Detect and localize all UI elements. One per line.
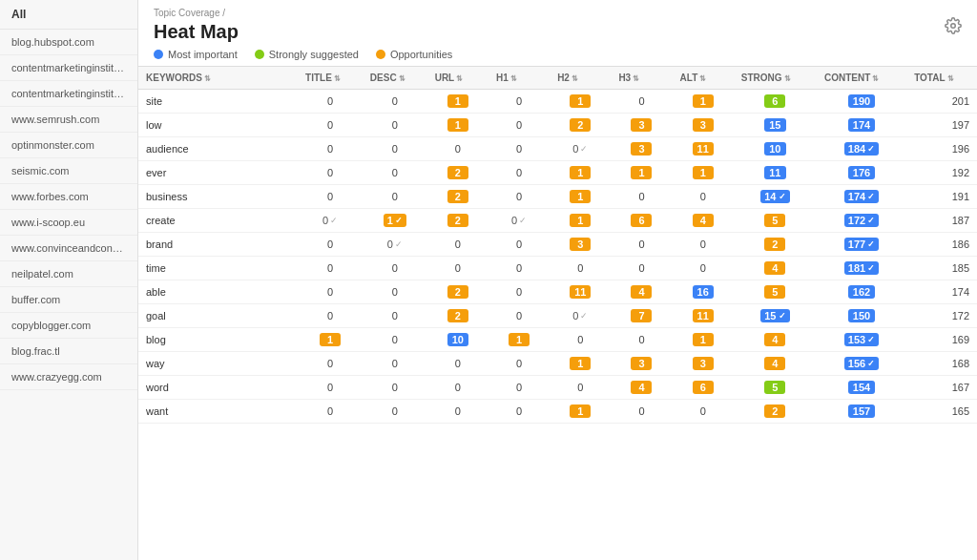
cell-value: 0 bbox=[455, 405, 461, 417]
table-row: low001023315174197 bbox=[138, 114, 977, 137]
badge-cell: 14 ✓ bbox=[760, 190, 789, 203]
cell-h1-6: 0 bbox=[488, 233, 550, 257]
cell-url-4: 2 bbox=[427, 185, 488, 209]
badge-cell: 10 bbox=[764, 142, 785, 156]
sidebar-item-4[interactable]: optinmonster.com bbox=[0, 133, 137, 158]
badge-cell: 1 bbox=[570, 166, 591, 179]
cell-content-4: 174 ✓ bbox=[817, 185, 906, 209]
total-value: 172 bbox=[952, 310, 969, 321]
badge-cell: 154 bbox=[848, 381, 875, 394]
table-row: blog101010014153 ✓169 bbox=[138, 328, 977, 352]
sidebar-item-5[interactable]: seismic.com bbox=[0, 158, 137, 184]
sidebar-item-2[interactable]: contentmarketinginstitute.com bbox=[0, 81, 137, 107]
col-header-title[interactable]: TITLE⇅ bbox=[298, 67, 363, 90]
cell-total-4: 191 bbox=[906, 185, 977, 209]
sidebar-all[interactable]: All bbox=[0, 0, 137, 30]
col-header-strong[interactable]: STRONG⇅ bbox=[734, 67, 817, 90]
col-label-h1: H1 bbox=[496, 73, 509, 83]
cell-total-3: 192 bbox=[906, 161, 977, 185]
cell-h3-6: 0 bbox=[611, 233, 672, 257]
cell-title-11: 0 bbox=[298, 352, 363, 376]
cell-desc-12: 0 bbox=[363, 376, 427, 400]
col-header-total[interactable]: TOTAL⇅ bbox=[906, 67, 977, 90]
sidebar-item-10[interactable]: buffer.com bbox=[0, 287, 137, 313]
legend-dot-yellow bbox=[376, 50, 385, 59]
cell-h3-3: 1 bbox=[611, 161, 672, 185]
sidebar-item-12[interactable]: blog.frac.tl bbox=[0, 339, 137, 364]
sidebar-item-13[interactable]: www.crazyegg.com bbox=[0, 364, 137, 390]
legend-most-important: Most important bbox=[154, 49, 238, 60]
cell-value: 0 bbox=[516, 286, 522, 298]
cell-alt-10: 1 bbox=[673, 328, 734, 352]
col-header-h1[interactable]: H1⇅ bbox=[488, 67, 550, 90]
heat-map-table: KEYWORDS⇅TITLE⇅DESC⇅URL⇅H1⇅H2⇅H3⇅ALT⇅STR… bbox=[138, 67, 977, 424]
col-header-h3[interactable]: H3⇅ bbox=[611, 67, 672, 90]
sort-icon-h1: ⇅ bbox=[510, 74, 517, 83]
badge-cell: 150 bbox=[848, 309, 875, 322]
cell-title-1: 0 bbox=[298, 114, 363, 137]
table-row: audience00000 ✓31110184 ✓196 bbox=[138, 137, 977, 161]
badge-cell: 7 bbox=[631, 309, 652, 322]
cell-alt-3: 1 bbox=[673, 161, 734, 185]
badge-cell: 1 bbox=[570, 357, 591, 370]
sort-icon-title: ⇅ bbox=[334, 74, 341, 83]
col-header-desc[interactable]: DESC⇅ bbox=[363, 67, 427, 90]
legend-label-opportunities: Opportunities bbox=[390, 49, 452, 60]
cell-url-12: 0 bbox=[427, 376, 488, 400]
badge-cell: 1 bbox=[447, 94, 468, 108]
check-icon: ✓ bbox=[867, 192, 875, 201]
total-value: 168 bbox=[952, 358, 969, 369]
cell-value: 0 bbox=[392, 191, 398, 202]
cell-total-7: 185 bbox=[906, 257, 977, 280]
cell-total-5: 187 bbox=[906, 209, 977, 233]
cell-total-12: 167 bbox=[906, 376, 977, 400]
sidebar-item-3[interactable]: www.semrush.com bbox=[0, 107, 137, 133]
cell-h2-13: 1 bbox=[550, 400, 611, 424]
col-header-h2[interactable]: H2⇅ bbox=[550, 67, 611, 90]
col-label-alt: ALT bbox=[680, 73, 698, 83]
cell-url-6: 0 bbox=[427, 233, 488, 257]
check-icon: ✓ bbox=[395, 216, 403, 225]
settings-icon[interactable] bbox=[945, 17, 962, 38]
sort-icon-url: ⇅ bbox=[456, 74, 463, 83]
cell-keyword-3: ever bbox=[138, 161, 298, 185]
sidebar-item-1[interactable]: contentmarketinginstitute.com bbox=[0, 55, 137, 81]
col-header-content[interactable]: CONTENT⇅ bbox=[817, 67, 906, 90]
cell-alt-1: 3 bbox=[673, 114, 734, 137]
cell-keyword-10: blog bbox=[138, 328, 298, 352]
cell-h2-9: 0 ✓ bbox=[550, 304, 611, 328]
cell-content-10: 153 ✓ bbox=[817, 328, 906, 352]
sidebar-item-11[interactable]: copyblogger.com bbox=[0, 313, 137, 339]
sidebar-item-8[interactable]: www.convinceandconvert.com bbox=[0, 236, 137, 261]
cell-value: 0 bbox=[392, 286, 398, 298]
badge-cell: 1 bbox=[631, 166, 652, 179]
sidebar-item-9[interactable]: neilpatel.com bbox=[0, 261, 137, 287]
cell-alt-7: 0 bbox=[673, 257, 734, 280]
cell-alt-11: 3 bbox=[673, 352, 734, 376]
badge-cell: 1 bbox=[447, 118, 468, 132]
cell-value: 0 bbox=[577, 382, 583, 393]
col-header-alt[interactable]: ALT⇅ bbox=[673, 67, 734, 90]
cell-h1-0: 0 bbox=[488, 90, 550, 114]
badge-cell: 1 bbox=[693, 166, 714, 179]
col-header-url[interactable]: URL⇅ bbox=[427, 67, 488, 90]
cell-h1-13: 0 bbox=[488, 400, 550, 424]
cell-desc-1: 0 bbox=[363, 114, 427, 137]
keyword-value: blog bbox=[146, 334, 166, 345]
cell-url-3: 2 bbox=[427, 161, 488, 185]
check-cell: 0 ✓ bbox=[511, 215, 527, 226]
col-header-keywords[interactable]: KEYWORDS⇅ bbox=[138, 67, 298, 90]
sidebar-item-7[interactable]: www.i-scoop.eu bbox=[0, 210, 137, 236]
total-value: 186 bbox=[952, 239, 969, 250]
badge-cell: 157 bbox=[848, 404, 875, 418]
sidebar-item-6[interactable]: www.forbes.com bbox=[0, 184, 137, 210]
sort-icon-content: ⇅ bbox=[872, 74, 879, 83]
cell-value: 0 bbox=[516, 167, 522, 178]
cell-h1-8: 0 bbox=[488, 280, 550, 304]
cell-keyword-12: word bbox=[138, 376, 298, 400]
cell-alt-9: 11 bbox=[673, 304, 734, 328]
legend-label-strongly-suggested: Strongly suggested bbox=[269, 49, 359, 60]
total-value: 169 bbox=[952, 334, 969, 345]
badge-cell: 10 bbox=[447, 333, 468, 346]
sidebar-item-0[interactable]: blog.hubspot.com bbox=[0, 30, 137, 55]
